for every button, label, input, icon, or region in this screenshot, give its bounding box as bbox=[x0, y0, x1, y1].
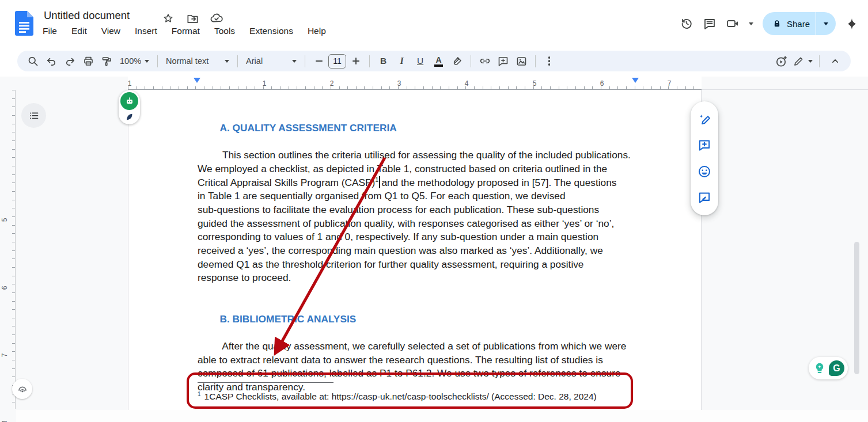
add-comment-side-button[interactable] bbox=[696, 136, 713, 154]
ruler-number: 7 bbox=[668, 79, 672, 88]
docs-logo-icon[interactable] bbox=[15, 11, 33, 36]
section-a-heading: A. QUALITY ASSESSMENT CRITERIA bbox=[219, 122, 396, 134]
ruler-number: 5 bbox=[1, 218, 9, 222]
left-indent-marker[interactable] bbox=[194, 78, 200, 83]
lock-icon bbox=[772, 18, 782, 29]
share-button-group: Share bbox=[763, 12, 836, 35]
text-color-button[interactable]: A bbox=[430, 53, 448, 69]
grammarly-widget[interactable]: G bbox=[809, 357, 848, 379]
zoom-select[interactable]: 100% bbox=[116, 53, 153, 69]
more-options-kebab-icon[interactable] bbox=[540, 53, 558, 69]
share-label: Share bbox=[787, 19, 810, 29]
menu-edit[interactable]: Edit bbox=[71, 26, 87, 36]
video-call-icon[interactable] bbox=[726, 17, 740, 31]
grammarly-g-icon[interactable]: G bbox=[829, 360, 844, 376]
underline-icon: U bbox=[417, 56, 423, 66]
footnote-marker: 1 bbox=[198, 391, 201, 397]
ruler-number: 7 bbox=[1, 353, 9, 358]
menu-file[interactable]: File bbox=[43, 26, 57, 36]
timer-play-icon[interactable] bbox=[772, 53, 790, 69]
zoom-value: 100% bbox=[120, 56, 141, 66]
search-icon[interactable] bbox=[24, 53, 42, 69]
ruler-number: 1 bbox=[128, 79, 132, 88]
version-history-icon[interactable] bbox=[680, 17, 693, 31]
paragraph-style-value: Normal text bbox=[166, 56, 209, 66]
highlight-color-button[interactable] bbox=[448, 53, 466, 69]
redo-icon[interactable] bbox=[61, 53, 79, 69]
header: Untitled document File Edit View Insert … bbox=[0, 0, 868, 48]
ruler-number: 3 bbox=[397, 79, 401, 88]
help-me-write-button[interactable] bbox=[696, 111, 713, 128]
undo-icon[interactable] bbox=[43, 53, 60, 69]
right-indent-marker[interactable] bbox=[632, 78, 639, 83]
ruler-number: 5 bbox=[533, 79, 537, 88]
bottom-band bbox=[0, 410, 868, 422]
font-size-increase-button[interactable] bbox=[347, 53, 365, 69]
editing-mode-pencil-icon[interactable] bbox=[793, 53, 813, 69]
toolbar: 100% Normal text Arial 11 B I U A bbox=[17, 51, 851, 71]
font-select[interactable]: Arial bbox=[242, 53, 300, 69]
browser-extension-pill[interactable] bbox=[119, 90, 140, 124]
quick-actions-panel bbox=[691, 101, 718, 215]
horizontal-ruler[interactable]: 1 1 2 3 4 5 6 7 bbox=[0, 77, 868, 90]
paragraph-style-select[interactable]: Normal text bbox=[162, 53, 233, 69]
menu-help[interactable]: Help bbox=[308, 26, 326, 36]
menu-insert[interactable]: Insert bbox=[135, 26, 157, 36]
move-folder-icon[interactable] bbox=[185, 12, 199, 25]
emoji-react-button[interactable] bbox=[696, 163, 713, 180]
ruler-number: 6 bbox=[1, 286, 9, 290]
section-b-heading: B. BIBLIOMETRIC ANALYSIS bbox=[219, 313, 356, 326]
share-button[interactable]: Share bbox=[763, 12, 816, 35]
bold-button[interactable]: B bbox=[374, 53, 392, 69]
gemini-sparkle-icon[interactable] bbox=[845, 17, 859, 31]
underline-button[interactable]: U bbox=[411, 53, 429, 69]
voice-arcs-icon bbox=[16, 383, 29, 396]
font-size-decrease-button[interactable] bbox=[310, 53, 328, 69]
font-size-input[interactable]: 11 bbox=[328, 54, 346, 69]
collapse-menus-chevron-icon[interactable] bbox=[826, 53, 844, 69]
vertical-ruler: 5 6 7 8 bbox=[0, 90, 16, 422]
text-cursor bbox=[379, 176, 380, 188]
ruler-ticks bbox=[128, 86, 702, 89]
insert-image-icon[interactable] bbox=[513, 53, 530, 69]
ruler-page-strip bbox=[128, 77, 702, 90]
video-call-caret-icon[interactable] bbox=[749, 22, 753, 25]
ruler-number: 2 bbox=[330, 79, 334, 88]
share-dropdown[interactable] bbox=[816, 12, 836, 35]
star-icon[interactable] bbox=[161, 12, 175, 25]
document-page[interactable]: A. QUALITY ASSESSMENT CRITERIA This sect… bbox=[128, 90, 702, 410]
voice-assistant-button[interactable] bbox=[12, 379, 32, 399]
cloud-saved-icon[interactable] bbox=[210, 12, 223, 25]
document-text[interactable]: A. QUALITY ASSESSMENT CRITERIA This sect… bbox=[198, 108, 640, 408]
quill-extension-icon[interactable] bbox=[124, 110, 134, 124]
print-icon[interactable] bbox=[79, 53, 97, 69]
document-canvas: A. QUALITY ASSESSMENT CRITERIA This sect… bbox=[0, 90, 868, 422]
italic-button[interactable]: I bbox=[393, 53, 411, 69]
vertical-scrollbar-thumb[interactable] bbox=[854, 242, 859, 374]
add-comment-icon[interactable] bbox=[494, 53, 512, 69]
footnote-text: 1CASP Checklists, available at: https://… bbox=[204, 391, 597, 401]
italic-icon: I bbox=[400, 56, 403, 66]
menu-extensions[interactable]: Extensions bbox=[249, 26, 293, 36]
footnote-reference[interactable]: 1 bbox=[375, 176, 378, 183]
menu-tools[interactable]: Tools bbox=[214, 26, 235, 36]
grammarly-bulb-icon[interactable] bbox=[812, 361, 827, 376]
paint-format-icon[interactable] bbox=[98, 53, 116, 69]
bold-icon: B bbox=[380, 56, 386, 66]
menu-view[interactable]: View bbox=[101, 26, 120, 36]
text-color-icon: A bbox=[434, 56, 443, 67]
outline-list-icon bbox=[28, 109, 40, 122]
footnote-separator bbox=[198, 382, 333, 383]
suggest-edits-button[interactable] bbox=[696, 189, 713, 206]
comments-icon[interactable] bbox=[703, 17, 717, 31]
document-outline-button[interactable] bbox=[21, 103, 46, 128]
ruler-number: 1 bbox=[263, 79, 267, 88]
insert-link-icon[interactable] bbox=[476, 53, 494, 69]
robot-extension-icon[interactable] bbox=[120, 92, 138, 110]
section-a-body-post: and the methodology proposed in [57]. Th… bbox=[198, 177, 616, 284]
google-docs-window: Untitled document File Edit View Insert … bbox=[0, 0, 868, 422]
footnote-area[interactable]: 11CASP Checklists, available at: https:/… bbox=[198, 382, 639, 403]
font-value: Arial bbox=[246, 56, 263, 66]
document-title[interactable]: Untitled document bbox=[44, 9, 130, 22]
menu-format[interactable]: Format bbox=[172, 26, 200, 36]
